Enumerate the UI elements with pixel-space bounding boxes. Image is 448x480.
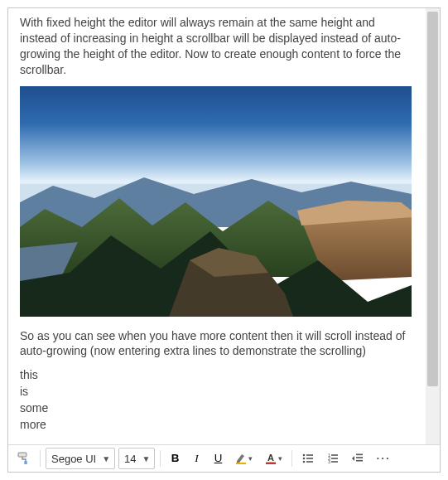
content-viewport: With fixed height the editor will always… <box>8 8 440 444</box>
paragraph[interactable]: With fixed height the editor will always… <box>20 15 414 78</box>
highlight-color-button[interactable]: ▾ <box>230 448 257 468</box>
svg-point-7 <box>303 454 306 457</box>
paragraph[interactable]: So as you can see when you have more con… <box>20 328 414 360</box>
text-line[interactable]: some <box>20 400 414 416</box>
font-color-button[interactable]: A ▾ <box>260 448 287 468</box>
svg-rect-10 <box>306 458 313 459</box>
text-line[interactable]: this <box>20 367 414 383</box>
toolbar-separator <box>291 450 292 467</box>
numbered-list-icon: 1 2 3 <box>326 452 340 465</box>
svg-rect-16 <box>331 458 338 459</box>
svg-rect-8 <box>306 454 313 456</box>
numbered-list-button[interactable]: 1 2 3 <box>322 448 344 468</box>
paint-roller-icon <box>17 452 31 465</box>
chevron-down-icon: ▼ <box>140 454 153 463</box>
svg-text:3: 3 <box>328 459 330 464</box>
svg-point-9 <box>303 458 306 460</box>
font-size-select[interactable]: 14 ▼ <box>118 448 155 469</box>
editor-container: With fixed height the editor will always… <box>7 7 441 473</box>
chevron-down-icon: ▼ <box>99 454 113 463</box>
editor-content[interactable]: With fixed height the editor will always… <box>8 8 426 444</box>
svg-rect-6 <box>266 463 276 465</box>
svg-rect-12 <box>306 461 313 463</box>
bold-button[interactable]: B <box>166 448 184 468</box>
font-color-icon: A <box>264 452 277 465</box>
chevron-down-icon: ▾ <box>248 455 253 463</box>
svg-text:A: A <box>268 453 275 463</box>
editor-toolbar: Segoe UI ▼ 14 ▼ B I U ▾ A <box>8 444 440 472</box>
more-options-button[interactable]: ··· <box>372 448 394 468</box>
outdent-icon <box>351 452 364 465</box>
ellipsis-icon: ··· <box>376 453 390 463</box>
chevron-down-icon: ▾ <box>278 455 282 463</box>
vertical-scrollbar[interactable] <box>426 8 440 444</box>
toolbar-separator <box>40 450 41 467</box>
svg-rect-3 <box>24 461 26 464</box>
svg-rect-21 <box>356 460 363 462</box>
svg-point-11 <box>303 461 306 463</box>
svg-rect-4 <box>236 463 246 464</box>
bulleted-list-button[interactable] <box>297 448 319 468</box>
text-line[interactable]: more <box>20 417 414 433</box>
scroll-thumb[interactable] <box>427 12 438 386</box>
svg-rect-19 <box>356 454 363 456</box>
bullet-list-icon <box>301 452 315 465</box>
embedded-image[interactable] <box>20 86 414 317</box>
highlighter-icon <box>234 452 248 465</box>
font-family-value: Segoe UI <box>51 453 96 465</box>
app-frame: With fixed height the editor will always… <box>0 0 448 480</box>
svg-rect-2 <box>18 453 26 457</box>
font-family-select[interactable]: Segoe UI ▼ <box>46 448 115 469</box>
text-line[interactable]: is <box>20 384 414 400</box>
underline-button[interactable]: U <box>209 448 227 468</box>
svg-rect-14 <box>331 454 338 456</box>
italic-button[interactable]: I <box>187 448 205 468</box>
line-group[interactable]: this is some more <box>20 367 414 433</box>
toolbar-separator <box>160 450 161 467</box>
clear-formatting-button[interactable] <box>13 448 35 468</box>
outdent-button[interactable] <box>347 448 369 468</box>
svg-rect-20 <box>356 457 363 458</box>
font-size-value: 14 <box>124 453 136 465</box>
svg-rect-18 <box>331 461 338 463</box>
